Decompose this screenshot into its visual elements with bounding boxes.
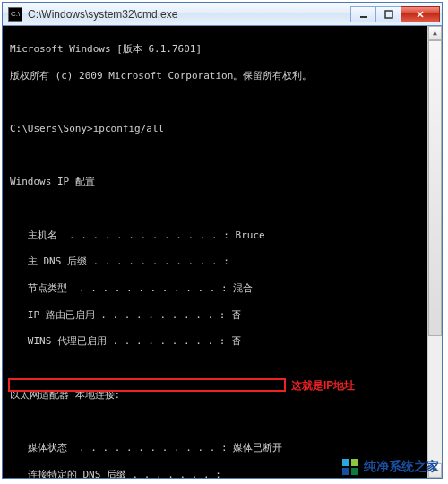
banner-line: 版权所有 (c) 2009 Microsoft Corporation。保留所有… (10, 70, 442, 83)
window-title: C:\Windows\system32\cmd.exe (28, 8, 350, 21)
scroll-thumb[interactable] (428, 40, 442, 336)
watermark: 纯净系统之家 (339, 457, 443, 477)
kv-line: 主机名 . . . . . . . . . . . . . : Bruce (10, 229, 442, 243)
kv-line: 主 DNS 后缀 . . . . . . . . . . . : (10, 255, 442, 269)
close-icon (416, 10, 425, 19)
vertical-scrollbar[interactable]: ▲ ▼ (427, 26, 442, 478)
highlight-annotation: 这就是IP地址 (291, 378, 355, 393)
watermark-text: 纯净系统之家 (364, 459, 439, 475)
console-output[interactable]: Microsoft Windows [版本 6.1.7601] 版权所有 (c)… (3, 26, 442, 478)
svg-rect-0 (360, 16, 367, 18)
blank-line (10, 362, 442, 376)
maximize-button[interactable] (375, 6, 401, 22)
blank-line (10, 150, 442, 163)
section-header: Windows IP 配置 (10, 176, 442, 189)
banner-line: Microsoft Windows [版本 6.1.7601] (10, 43, 442, 56)
blank-line (10, 415, 442, 428)
cmd-window: C:\ C:\Windows\system32\cmd.exe Microsof… (2, 2, 443, 479)
titlebar[interactable]: C:\ C:\Windows\system32\cmd.exe (3, 3, 442, 26)
kv-line: 媒体状态 . . . . . . . . . . . . : 媒体已断开 (10, 442, 442, 455)
svg-rect-1 (385, 11, 392, 18)
close-button[interactable] (401, 6, 440, 22)
section-header: 以太网适配器 本地连接: (10, 389, 442, 402)
blank-line (10, 203, 442, 216)
cmd-icon: C:\ (8, 7, 22, 22)
scroll-track[interactable] (428, 40, 442, 463)
watermark-logo-icon (342, 459, 358, 475)
kv-line: 节点类型 . . . . . . . . . . . . : 混合 (10, 282, 442, 296)
kv-line: IP 路由已启用 . . . . . . . . . . : 否 (10, 309, 442, 323)
scroll-up-button[interactable]: ▲ (428, 26, 442, 40)
minimize-button[interactable] (350, 6, 375, 22)
kv-line: WINS 代理已启用 . . . . . . . . . : 否 (10, 335, 442, 349)
blank-line (10, 96, 442, 109)
maximize-icon (384, 10, 393, 19)
prompt-line: C:\Users\Sony>ipconfig/all (10, 123, 442, 136)
window-controls (350, 6, 440, 22)
minimize-icon (359, 10, 368, 19)
